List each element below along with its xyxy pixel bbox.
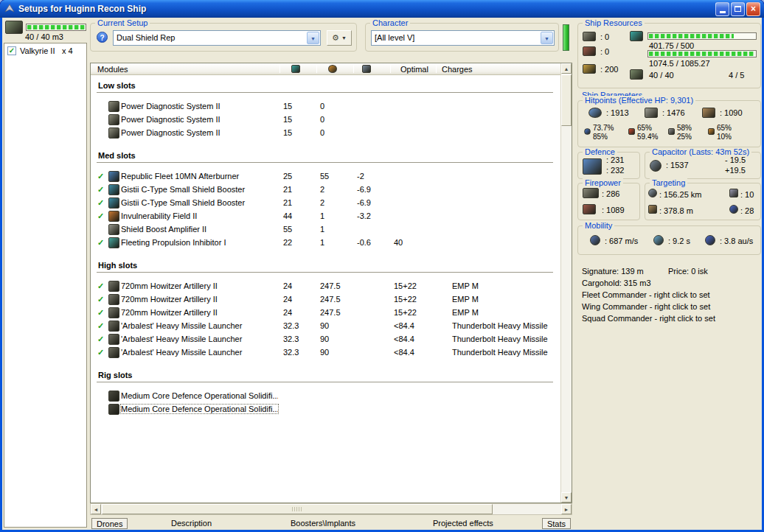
module-row[interactable]: ✓ 720mm Howitzer Artillery II 24 247.5 1… [91, 280, 560, 293]
tools-button[interactable]: ⚙ ▼ [327, 30, 352, 46]
capacitor-drain: - 19.5 [725, 155, 746, 164]
scroll-right-button[interactable]: ► [561, 504, 572, 514]
shield-boost-amplifier-icon [108, 224, 119, 235]
turrets-free-value: : 0 [600, 32, 609, 41]
module-row[interactable]: Power Diagnostic System II 15 0 [91, 127, 560, 140]
shield-hp-value: : 1913 [606, 108, 629, 117]
capacitor-group: Capacitor (Lasts: 43m 52s) : 1537 - 19.5… [645, 152, 761, 179]
setup-select[interactable]: Dual Shield Rep ▼ [113, 30, 321, 46]
powergrid-icon[interactable] [328, 65, 337, 73]
module-row[interactable]: Power Diagnostic System II 15 0 [91, 113, 560, 127]
tab-drones[interactable]: Drones [91, 518, 128, 529]
column-separator [316, 65, 317, 73]
module-row[interactable]: ✓ 'Arbalest' Heavy Missile Launcher 32.3… [91, 320, 560, 333]
minimize-icon [720, 11, 726, 13]
capacitor-icon[interactable] [362, 65, 371, 73]
tab-boosters-implants[interactable]: Boosters\Implants [291, 518, 355, 529]
module-row[interactable]: Medium Core Defence Operational Solidifi… [91, 403, 560, 416]
slot-section: Low slots Power Diagnostic System II 15 … [91, 80, 560, 140]
power-diagnostic-icon [108, 101, 119, 112]
drone-checkbox[interactable]: ✓ [7, 46, 16, 55]
chevron-down-icon[interactable]: ▼ [307, 32, 319, 44]
chevron-down-icon[interactable]: ▼ [541, 32, 553, 44]
squad-commander-slot[interactable]: Squad Commander - right click to set [582, 314, 715, 323]
module-row[interactable]: ✓ 'Arbalest' Heavy Missile Launcher 32.3… [91, 333, 560, 346]
module-cpu-value: 24 [283, 295, 292, 304]
module-row[interactable]: ✓ Republic Fleet 10MN Afterburner 25 55 … [91, 170, 560, 183]
scroll-up-icon: ▲ [564, 66, 569, 71]
title-bar[interactable]: Setups for Huginn Recon Ship × [0, 0, 764, 18]
drone-listbox[interactable]: ✓ Valkyrie II x 4 [4, 43, 87, 528]
column-charges[interactable]: Charges [442, 65, 473, 74]
targeting-range-icon [648, 189, 657, 197]
horizontal-scrollbar[interactable]: ◄ ► [90, 503, 572, 515]
sensor-strength-value: : 28 [740, 206, 754, 215]
stasis-webifier-icon [108, 237, 119, 248]
firepower-volley-value: : 1089 [602, 206, 625, 214]
module-row[interactable]: ✓ Invulnerability Field II 44 1 -3.2 [91, 210, 560, 223]
module-optimal-value: 15+22 [394, 295, 417, 304]
maximize-button[interactable] [731, 2, 745, 16]
module-pg-value: 0 [320, 128, 324, 137]
module-cpu-value: 24 [283, 281, 292, 290]
module-pg-value: 247.5 [320, 308, 341, 317]
module-pg-value: 0 [320, 102, 324, 111]
module-row[interactable]: Power Diagnostic System II 15 0 [91, 100, 560, 113]
scroll-down-button[interactable]: ▼ [561, 492, 572, 503]
module-name: 720mm Howitzer Artillery II [121, 308, 278, 317]
thumb-grip [292, 507, 302, 511]
slot-section-rows: ✓ Republic Fleet 10MN Afterburner 25 55 … [91, 170, 560, 250]
module-name: 'Arbalest' Heavy Missile Launcher [121, 335, 278, 343]
wing-commander-slot[interactable]: Wing Commander - right click to set [582, 302, 710, 311]
help-icon[interactable]: ? [97, 32, 108, 43]
column-optimal[interactable]: Optimal [400, 65, 428, 74]
module-row[interactable]: ✓ Fleeting Propulsion Inhibitor I 22 1 -… [91, 237, 560, 250]
scroll-up-button[interactable]: ▲ [561, 63, 572, 74]
armor-icon [645, 108, 658, 118]
fleet-commander-slot[interactable]: Fleet Commander - right click to set [582, 290, 710, 299]
firepower-title: Firepower [583, 178, 623, 188]
tab-stats[interactable]: Stats [542, 518, 571, 529]
module-cap-value: -6.9 [357, 185, 371, 194]
tab-projected-effects[interactable]: Projected effects [433, 518, 493, 529]
targeting-range-value: : 156.25 km [659, 190, 701, 199]
thermal-resist-icon [628, 128, 635, 135]
module-active-check: ✓ [97, 308, 104, 318]
module-row[interactable]: ✓ 'Arbalest' Heavy Missile Launcher 32.3… [91, 346, 560, 360]
current-setup-group: Current Setup ? Dual Shield Rep ▼ ⚙ ▼ [90, 23, 357, 52]
minimize-button[interactable] [715, 2, 729, 16]
horizontal-scrollbar-thumb[interactable] [102, 504, 493, 514]
powergrid-bar [647, 50, 757, 57]
module-cpu-value: 44 [283, 211, 292, 220]
module-active-check: ✓ [97, 211, 104, 221]
drone-list-item[interactable]: ✓ Valkyrie II x 4 [4, 46, 86, 57]
check-icon: ✓ [9, 46, 15, 55]
module-row[interactable]: Medium Core Defence Operational Solidifi… [91, 390, 560, 403]
module-cap-value: -0.6 [357, 238, 371, 247]
module-row[interactable]: Shield Boost Amplifier II 55 1 [91, 223, 560, 237]
tools-icon: ⚙ [332, 33, 339, 43]
defence-group: Defence : 231 : 232 [577, 152, 640, 179]
explosive-resist-icon [708, 128, 715, 135]
cpu-icon[interactable] [291, 65, 300, 73]
maximize-icon [735, 6, 741, 12]
module-cpu-value: 15 [283, 115, 292, 124]
tab-description[interactable]: Description [171, 518, 212, 529]
help-glyph: ? [100, 34, 104, 42]
module-row[interactable]: ✓ 720mm Howitzer Artillery II 24 247.5 1… [91, 307, 560, 320]
vertical-scrollbar[interactable]: ▲ ▼ [560, 63, 572, 503]
rig-icon [108, 404, 119, 415]
module-row[interactable]: ✓ 720mm Howitzer Artillery II 24 247.5 1… [91, 293, 560, 307]
max-targets-value: : 10 [740, 190, 754, 199]
close-button[interactable]: × [746, 2, 760, 16]
close-icon: × [751, 4, 756, 14]
module-row[interactable]: ✓ Gistii C-Type Small Shield Booster 21 … [91, 183, 560, 197]
module-charges-value: EMP M [452, 281, 479, 290]
vertical-scrollbar-thumb[interactable] [561, 74, 572, 126]
scroll-left-button[interactable]: ◄ [91, 504, 101, 514]
column-separator [353, 65, 354, 73]
character-select[interactable]: [All level V] ▼ [371, 30, 555, 46]
column-modules[interactable]: Modules [97, 65, 128, 74]
hitpoints-group: Hitpoints (Effective HP: 9,301) : 1913 :… [577, 100, 761, 147]
module-row[interactable]: ✓ Gistii C-Type Small Shield Booster 21 … [91, 197, 560, 210]
